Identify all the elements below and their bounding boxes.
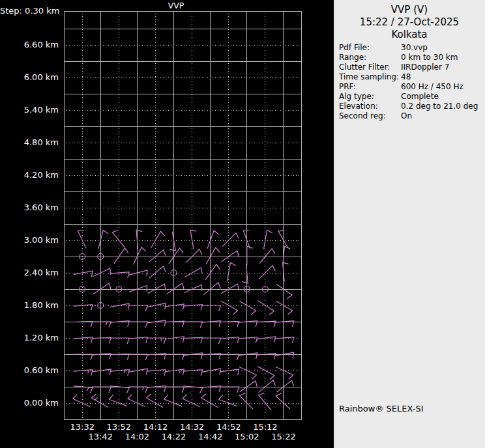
x-axis-label: 15:12 (251, 423, 280, 432)
y-axis-label: 2.40 km (0, 268, 59, 278)
wind-barb (92, 337, 111, 343)
y-axis-label: 1.20 km (0, 333, 59, 343)
wind-barb (239, 367, 256, 380)
field-value: Complete (401, 92, 439, 101)
wind-barb (164, 395, 182, 406)
wind-barb (260, 249, 275, 263)
field-value: IIRDoppler 7 (401, 63, 449, 72)
field-value: 0.2 deg to 21.0 deg (401, 102, 478, 111)
product-title: VVP (V) (334, 4, 485, 16)
wind-barb (170, 232, 176, 251)
wind-barb (205, 264, 220, 280)
wind-barb (128, 305, 147, 311)
wind-barb (277, 380, 294, 392)
x-axis-label: 14:22 (160, 432, 188, 441)
product-field-row: Second reg:On (334, 111, 485, 121)
wind-barb (184, 322, 203, 328)
wind-barb (110, 386, 129, 393)
field-label: Clutter Filter: (339, 63, 390, 72)
wind-barb (74, 370, 93, 376)
product-info-panel: VVP (V) 15:22 / 27-Oct-2025 Kolkata Pdf … (334, 0, 485, 448)
wind-barb (184, 285, 202, 292)
wind-barb (276, 285, 292, 299)
x-axis-label: 14:52 (214, 423, 243, 432)
wind-barb (240, 381, 257, 392)
wind-barb (147, 394, 163, 407)
wind-barb (114, 248, 128, 264)
x-axis-label: 13:32 (68, 423, 96, 432)
y-axis-label: 1.80 km (0, 300, 59, 311)
wind-barb (219, 395, 237, 406)
wind-barb (74, 271, 93, 277)
wind-barb (220, 369, 239, 375)
y-axis-label: 0.60 km (0, 365, 59, 376)
wind-barb (94, 283, 111, 294)
wind-barb (206, 247, 219, 264)
wind-barb (91, 394, 108, 407)
wind-barb (278, 231, 288, 248)
wind-barb (258, 301, 274, 315)
wind-barb (169, 248, 183, 264)
wind-barb (276, 367, 293, 380)
wind-barb (220, 354, 239, 360)
wind-barb (129, 337, 148, 343)
x-axis-label: 14:42 (196, 432, 225, 441)
product-field-row: Time sampling:48 (334, 72, 485, 82)
x-axis-label: 14:02 (123, 432, 151, 441)
wind-barb (239, 353, 257, 359)
wind-barb (129, 369, 148, 374)
product-field-row: Alg type:Complete (334, 92, 485, 102)
product-field-row: Elevation:0.2 deg to 21.0 deg (334, 102, 485, 111)
wind-barb (74, 321, 93, 327)
wind-barb (184, 268, 202, 277)
wind-barb (207, 231, 218, 248)
x-axis-label: 14:12 (141, 423, 169, 432)
wind-barb (202, 338, 221, 344)
field-label: PRF: (339, 82, 356, 91)
y-axis-label: 5.40 km (0, 105, 59, 115)
x-axis-label: 13:42 (86, 432, 115, 441)
wind-barb (92, 387, 111, 393)
wind-barb (166, 354, 184, 360)
wind-barb (78, 231, 85, 248)
wind-barb (183, 395, 199, 407)
wind-barb (166, 387, 184, 393)
wind-barb (147, 320, 166, 326)
wind-barb (184, 386, 203, 393)
wind-barb (259, 393, 271, 410)
product-fields: Pdf File:30.vvpRange:0 km to 30 kmClutte… (334, 43, 485, 121)
wind-barb (73, 395, 90, 407)
wind-barb (112, 231, 125, 247)
brand-footer: Rainbow® SELEX-SI (339, 404, 424, 413)
wind-barb (74, 337, 93, 343)
wind-barb (110, 354, 129, 359)
wind-barb (201, 394, 218, 407)
wind-barb (74, 305, 93, 311)
wind-barb (184, 353, 203, 359)
field-label: Second reg: (339, 111, 386, 120)
field-label: Time sampling: (339, 72, 399, 81)
wind-barb (134, 247, 146, 264)
wind-barb (276, 301, 293, 315)
wind-barb (147, 338, 166, 344)
wind-barb (110, 370, 129, 376)
y-axis-label: 4.80 km (0, 137, 59, 148)
wind-barb (128, 354, 147, 360)
wind-barb (222, 284, 239, 294)
wind-barb (92, 322, 111, 328)
x-axis-label: 14:32 (178, 423, 207, 432)
wind-barb (74, 386, 93, 393)
wind-barb (98, 231, 108, 249)
wind-barb (276, 393, 290, 409)
wind-barb (147, 303, 166, 309)
field-value: 600 Hz / 450 Hz (401, 82, 463, 91)
wind-barb (222, 301, 238, 315)
wind-barb (110, 338, 129, 344)
panel-header: VVP (V) 15:22 / 27-Oct-2025 Kolkata (334, 0, 485, 41)
y-axis-label: 3.60 km (0, 203, 59, 213)
product-site: Kolkata (334, 29, 485, 41)
product-datetime: 15:22 / 27-Oct-2025 (334, 16, 485, 29)
wind-barb (204, 283, 220, 295)
wind-profile-plot (0, 0, 334, 448)
wind-barb (259, 266, 275, 279)
